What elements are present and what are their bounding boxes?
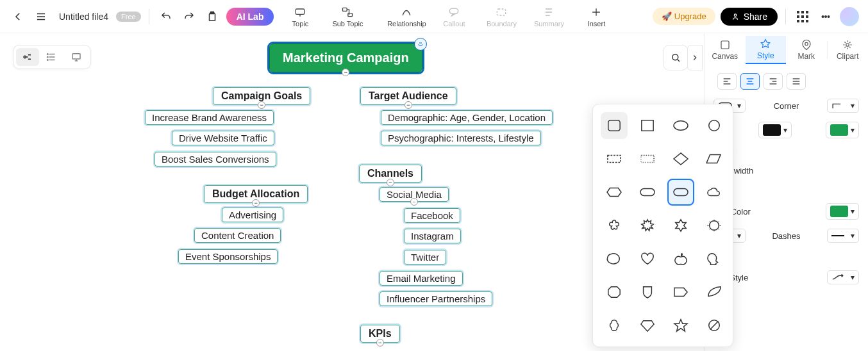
align-justify-button[interactable]: [787, 73, 806, 90]
apps-icon[interactable]: [794, 8, 812, 26]
menu-icon[interactable]: [32, 8, 50, 26]
collapse-icon[interactable]: −: [410, 198, 418, 206]
shape-star[interactable]: [667, 312, 694, 339]
tab-canvas[interactable]: Canvas: [705, 37, 746, 63]
node-channels[interactable]: Channels−: [359, 165, 422, 183]
node-budget[interactable]: Budget Allocation−: [204, 185, 308, 203]
align-center-button[interactable]: [740, 73, 760, 90]
border-color-select[interactable]: ▾: [826, 203, 859, 220]
more-icon[interactable]: [817, 8, 835, 26]
upgrade-button[interactable]: 🚀 Upgrade: [653, 8, 715, 25]
node-budget-content[interactable]: Content Creation: [194, 228, 281, 243]
shape-quatrefoil[interactable]: [601, 312, 628, 339]
tool-topic[interactable]: Topic: [279, 6, 321, 28]
shape-diamond[interactable]: [667, 145, 694, 172]
shape-leaf[interactable]: [701, 279, 728, 306]
node-audience-2[interactable]: Psychographic: Interests, Lifestyle: [381, 131, 541, 145]
tab-label: Mark: [797, 52, 815, 61]
node-root-label: Marketing Campaign: [283, 51, 409, 65]
shape-circle[interactable]: [701, 112, 728, 139]
node-label: Content Creation: [201, 230, 274, 241]
dashes-select[interactable]: ▾: [827, 229, 859, 243]
collapse-icon[interactable]: −: [405, 101, 412, 109]
shape-hexagon[interactable]: [601, 179, 628, 206]
shape-burst[interactable]: [634, 212, 661, 239]
back-icon[interactable]: [9, 8, 27, 26]
corner-select[interactable]: ▾: [827, 99, 859, 113]
node-campaign-goals[interactable]: Campaign Goals−: [213, 87, 310, 105]
ai-badge-icon[interactable]: [414, 38, 427, 51]
filling-color-select[interactable]: ▾: [758, 122, 792, 138]
clipboard-icon[interactable]: [203, 8, 221, 26]
node-goal-1[interactable]: Increase Brand Awareness: [145, 110, 274, 125]
shape-tag[interactable]: [667, 279, 694, 306]
shape-blob[interactable]: [601, 245, 628, 272]
fill-swatch-select[interactable]: ▾: [826, 122, 859, 138]
collapse-icon[interactable]: −: [252, 199, 260, 207]
node-target-audience[interactable]: Target Audience−: [360, 87, 456, 105]
shape-apple[interactable]: [667, 245, 694, 272]
collapse-icon[interactable]: −: [376, 339, 384, 347]
shape-none[interactable]: [701, 312, 728, 339]
node-root[interactable]: Marketing Campaign −: [269, 44, 422, 72]
tool-callout-label: Callout: [443, 20, 465, 28]
shape-cloud[interactable]: [701, 179, 728, 206]
shape-head[interactable]: [701, 245, 728, 272]
shape-heart[interactable]: [634, 245, 661, 272]
shape-square[interactable]: [634, 112, 661, 139]
node-social-tw[interactable]: Twitter: [404, 250, 446, 265]
svg-point-27: [710, 221, 719, 231]
node-label: Demographic: Age, Gender, Location: [388, 112, 546, 123]
node-channel-email[interactable]: Email Marketing: [380, 271, 463, 286]
collapse-icon[interactable]: −: [342, 69, 349, 76]
node-label: Channels: [367, 168, 413, 179]
file-name[interactable]: Untitled file4: [59, 12, 108, 22]
shape-gear-round[interactable]: [701, 212, 728, 239]
section-branch: h: [714, 252, 859, 261]
tool-relationship[interactable]: Relationship: [385, 6, 428, 28]
shape-shield[interactable]: [634, 279, 661, 306]
node-budget-events[interactable]: Event Sponsorships: [178, 249, 278, 264]
node-label: Facebook: [411, 210, 453, 221]
shape-dotted-rect[interactable]: [634, 145, 661, 172]
node-label: Budget Allocation: [212, 188, 299, 199]
collapse-icon[interactable]: −: [258, 101, 265, 109]
shape-ellipse[interactable]: [667, 112, 694, 139]
shape-pill[interactable]: [667, 179, 694, 206]
panel-collapse-button[interactable]: [687, 45, 703, 70]
node-social-ig[interactable]: Instagram: [404, 229, 461, 243]
section-border: r: [714, 184, 859, 194]
undo-icon[interactable]: [157, 8, 175, 26]
shape-stadium[interactable]: [634, 179, 661, 206]
node-audience-1[interactable]: Demographic: Age, Gender, Location: [381, 110, 553, 125]
shape-octagon[interactable]: [601, 279, 628, 306]
node-label: Email Marketing: [387, 273, 456, 284]
share-button[interactable]: Share: [721, 8, 778, 26]
avatar[interactable]: [840, 7, 859, 26]
node-channel-influencer[interactable]: Influencer Partnerships: [380, 291, 492, 306]
collapse-icon[interactable]: −: [387, 179, 394, 186]
tab-clipart[interactable]: Clipart: [828, 37, 869, 63]
tab-mark[interactable]: Mark: [786, 37, 827, 63]
redo-icon[interactable]: [180, 8, 198, 26]
ai-lab-button[interactable]: AI Lab: [226, 8, 274, 26]
connector-style-select[interactable]: ▾: [827, 270, 859, 284]
node-goal-3[interactable]: Boost Sales Conversions: [154, 152, 276, 167]
node-channel-social[interactable]: Social Media−: [380, 187, 449, 202]
tool-insert[interactable]: Insert: [575, 6, 617, 28]
tool-subtopic[interactable]: Sub Topic: [326, 6, 369, 28]
shape-dashed-rect[interactable]: [601, 145, 628, 172]
node-goal-2[interactable]: Drive Website Traffic: [172, 131, 274, 145]
shape-flower[interactable]: [601, 212, 628, 239]
node-social-fb[interactable]: Facebook: [404, 208, 460, 223]
svg-point-5: [734, 13, 737, 16]
shape-parallelogram[interactable]: [701, 145, 728, 172]
shape-gem[interactable]: [634, 312, 661, 339]
shape-spikes[interactable]: [667, 212, 694, 239]
align-left-button[interactable]: [717, 73, 737, 90]
node-kpis[interactable]: KPIs−: [360, 325, 400, 343]
shape-rounded-square[interactable]: [601, 112, 628, 139]
align-right-button[interactable]: [764, 73, 783, 90]
tab-style[interactable]: Style: [746, 36, 787, 64]
node-budget-ad[interactable]: Advertising: [222, 208, 283, 222]
